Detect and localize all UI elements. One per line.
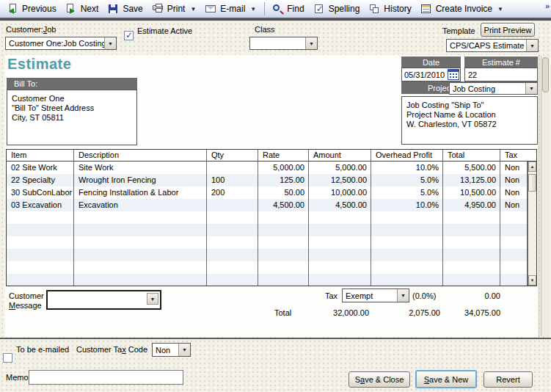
column-header-total[interactable]: Total xyxy=(443,150,500,161)
cell-total[interactable] xyxy=(443,274,500,286)
cell-description[interactable]: Site Work xyxy=(74,161,207,174)
cell-description[interactable] xyxy=(74,211,207,224)
tax-dropdown-arrow[interactable]: ▼ xyxy=(397,289,409,302)
column-header-tax[interactable]: Tax xyxy=(500,150,528,161)
table-scrollbar-thumb[interactable] xyxy=(528,174,536,192)
cell-tax[interactable]: Non xyxy=(500,199,528,211)
to-be-emailed-checkbox[interactable] xyxy=(3,353,12,363)
cell-qty[interactable] xyxy=(207,236,258,249)
cell-total[interactable]: 13,125.00 xyxy=(443,174,500,186)
scroll-up-icon[interactable]: ▲ xyxy=(528,161,536,172)
save-button[interactable]: Save xyxy=(103,2,147,16)
ship-to-box[interactable]: Job Costing "Ship To" Project Name & Loc… xyxy=(401,96,538,145)
revert-button[interactable]: Revert xyxy=(484,371,533,388)
cell-tax[interactable] xyxy=(500,236,528,249)
cell-rate[interactable] xyxy=(258,249,309,261)
cell-rate[interactable]: 5,000.00 xyxy=(258,161,309,174)
previous-button[interactable]: Previous xyxy=(3,2,62,16)
cell-item[interactable] xyxy=(7,211,74,224)
cell-tax[interactable] xyxy=(500,274,528,286)
estimate-active-checkbox[interactable] xyxy=(124,31,134,40)
cell-item[interactable] xyxy=(7,224,74,236)
cell-total[interactable] xyxy=(443,261,500,274)
cell-item[interactable]: 03 Excavation xyxy=(7,199,74,211)
cell-item[interactable] xyxy=(7,261,74,274)
create-invoice-button[interactable]: Create Invoice ▼ xyxy=(417,2,508,16)
cell-tax[interactable] xyxy=(500,249,528,261)
project-name-combo[interactable]: Job Costing ▼ xyxy=(449,82,538,95)
cell-total[interactable] xyxy=(443,211,500,224)
cell-amount[interactable]: 10,000.00 xyxy=(309,186,371,199)
print-button[interactable]: Print ▼ xyxy=(148,2,202,16)
cell-rate[interactable]: 50.00 xyxy=(258,186,309,199)
cell-item[interactable] xyxy=(7,274,74,286)
cell-amount[interactable]: 12,500.00 xyxy=(309,174,371,186)
next-button[interactable]: Next xyxy=(62,2,104,16)
cell-description[interactable] xyxy=(74,236,207,249)
cell-total[interactable] xyxy=(443,236,500,249)
cell-rate[interactable] xyxy=(258,261,309,274)
cell-amount[interactable] xyxy=(309,224,371,236)
cell-qty[interactable] xyxy=(207,249,258,261)
cell-description[interactable] xyxy=(74,274,207,286)
cell-total[interactable] xyxy=(443,249,500,261)
memo-input[interactable] xyxy=(29,370,183,385)
tax-combo[interactable]: Exempt ▼ xyxy=(342,288,409,302)
cell-item[interactable]: 02 Site Work xyxy=(7,161,74,174)
cell-qty[interactable]: 200 xyxy=(207,186,258,199)
cell-rate[interactable] xyxy=(258,211,309,224)
cell-rate[interactable] xyxy=(258,274,309,286)
column-header-amount[interactable]: Amount xyxy=(309,150,371,161)
cell-overhead_profit[interactable] xyxy=(371,249,443,261)
cell-tax[interactable] xyxy=(500,211,528,224)
column-header-qty[interactable]: Qty xyxy=(207,150,258,161)
cell-amount[interactable] xyxy=(309,274,371,286)
cell-item[interactable] xyxy=(7,236,74,249)
bill-to-box[interactable]: Customer One "Bill To" Street Address Ci… xyxy=(7,90,137,145)
cell-qty[interactable] xyxy=(207,261,258,274)
cell-overhead_profit[interactable]: 5.0% xyxy=(371,186,443,199)
date-field[interactable]: 05/31/2010 xyxy=(401,68,461,81)
cell-amount[interactable] xyxy=(309,211,371,224)
customer-message-dropdown-arrow[interactable]: ▼ xyxy=(147,293,158,305)
cell-amount[interactable] xyxy=(309,261,371,274)
cell-tax[interactable]: Non xyxy=(500,174,528,186)
cell-amount[interactable]: 4,500.00 xyxy=(309,199,371,211)
form-scrollbar[interactable] xyxy=(541,56,550,336)
class-combo[interactable]: ▼ xyxy=(249,37,318,50)
cell-overhead_profit[interactable] xyxy=(371,261,443,274)
email-button[interactable]: E-mail ▼ xyxy=(201,2,261,16)
cell-total[interactable] xyxy=(443,224,500,236)
cell-total[interactable]: 4,950.00 xyxy=(443,199,500,211)
template-combo[interactable]: CPS/CAPS Estimate ▼ xyxy=(446,39,539,52)
cell-overhead_profit[interactable]: 10.0% xyxy=(371,199,443,211)
print-preview-button[interactable]: Print Preview xyxy=(481,23,535,37)
project-name-dropdown-arrow[interactable]: ▼ xyxy=(525,83,537,94)
cell-qty[interactable] xyxy=(207,224,258,236)
cell-qty[interactable] xyxy=(207,161,258,174)
cell-description[interactable] xyxy=(74,261,207,274)
cell-rate[interactable]: 125.00 xyxy=(258,174,309,186)
cell-qty[interactable]: 100 xyxy=(207,174,258,186)
column-header-description[interactable]: Description xyxy=(74,150,207,161)
cell-item[interactable] xyxy=(7,249,74,261)
toolbar-overflow-chevron[interactable]: » xyxy=(545,1,548,10)
cell-overhead_profit[interactable]: 10.0% xyxy=(371,161,443,174)
cell-tax[interactable]: Non xyxy=(500,186,528,199)
cell-overhead_profit[interactable] xyxy=(371,274,443,286)
cell-total[interactable]: 5,500.00 xyxy=(443,161,500,174)
cell-tax[interactable] xyxy=(500,224,528,236)
cell-overhead_profit[interactable] xyxy=(371,224,443,236)
cell-qty[interactable] xyxy=(207,211,258,224)
customer-tax-code-combo[interactable]: Non ▼ xyxy=(152,343,191,357)
cell-item[interactable]: 30 SubConLabor xyxy=(7,186,74,199)
class-dropdown-arrow[interactable]: ▼ xyxy=(305,37,317,49)
save-new-button[interactable]: Save & New xyxy=(415,370,477,388)
cell-tax[interactable] xyxy=(500,261,528,274)
cell-total[interactable]: 10,500.00 xyxy=(443,186,500,199)
customer-job-dropdown-arrow[interactable]: ▼ xyxy=(104,37,116,49)
history-button[interactable]: History xyxy=(365,2,416,16)
cell-amount[interactable] xyxy=(309,249,371,261)
find-button[interactable]: Find xyxy=(268,2,309,16)
cell-rate[interactable] xyxy=(258,224,309,236)
